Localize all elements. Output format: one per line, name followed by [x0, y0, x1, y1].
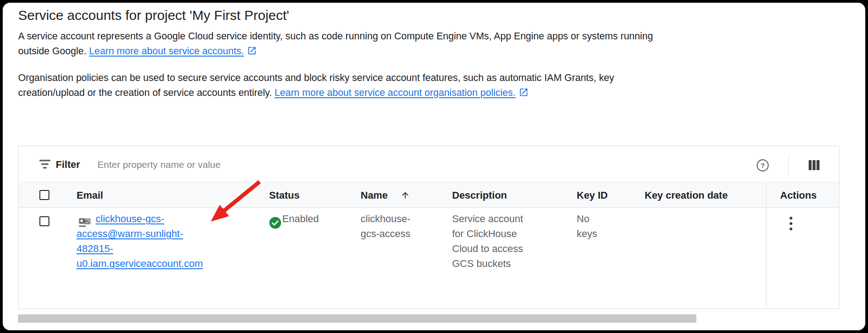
email-cell: clickhouse-gcs- access@warm-sunlight- 48…: [77, 211, 203, 271]
svg-text:?: ?: [761, 162, 765, 169]
filter-icon[interactable]: [39, 159, 51, 171]
page-title: Service accounts for project 'My First P…: [18, 6, 289, 24]
column-header-key-creation-date[interactable]: Key creation date: [645, 183, 728, 208]
column-display-options-icon[interactable]: [809, 160, 820, 172]
learn-more-service-accounts-link[interactable]: Learn more about service accounts.: [89, 46, 244, 57]
table-row: clickhouse-gcs- access@warm-sunlight- 48…: [19, 208, 839, 309]
email-line: access@warm-sunlight-: [77, 226, 203, 241]
table-header-row: Email Status Name Description Key ID Key…: [19, 183, 839, 208]
column-header-email[interactable]: Email: [77, 183, 103, 208]
description-line: GCS buckets: [452, 256, 523, 271]
description-line: Cloud to access: [452, 241, 523, 256]
policies-paragraph: Organisation policies can be used to sec…: [18, 71, 614, 102]
name-cell: clickhouse- gcs-access: [361, 211, 410, 241]
description-line: for ClickHouse: [452, 226, 523, 241]
service-accounts-page: Service accounts for project 'My First P…: [3, 3, 865, 330]
learn-more-organisation-policies-link[interactable]: Learn more about service account organis…: [275, 87, 516, 98]
column-header-key-id[interactable]: Key ID: [577, 183, 608, 208]
description-line: Service account: [452, 211, 523, 226]
toolbar-divider: [788, 154, 789, 175]
filter-label: Filter: [56, 159, 80, 171]
email-line: clickhouse-gcs-: [96, 211, 203, 226]
open-in-new-icon: [247, 45, 257, 60]
policies-line-2-text: creation/upload or the creation of servi…: [18, 87, 275, 98]
intro-line-2-text: outside Google.: [18, 46, 89, 57]
filter-toolbar: Filter ?: [19, 146, 839, 182]
row-checkbox[interactable]: [39, 216, 49, 226]
intro-line-2: outside Google. Learn more about service…: [18, 44, 653, 60]
sort-ascending-icon: [400, 190, 410, 202]
name-line: gcs-access: [361, 226, 410, 241]
description-cell: Service account for ClickHouse Cloud to …: [452, 211, 523, 271]
open-in-new-icon: [519, 87, 529, 102]
email-line: u0.iam.gserviceaccount.com: [77, 256, 203, 271]
select-all-checkbox[interactable]: [39, 190, 49, 200]
filter-input[interactable]: [96, 156, 388, 173]
service-accounts-table-panel: Filter ? Email Status Name Description K…: [18, 146, 839, 309]
horizontal-scrollbar-thumb[interactable]: [18, 314, 696, 323]
key-id-line: keys: [577, 226, 597, 241]
column-header-actions: Actions: [780, 183, 817, 208]
column-header-name[interactable]: Name: [361, 183, 388, 208]
key-id-line: No: [577, 211, 597, 226]
policies-line-1: Organisation policies can be used to sec…: [18, 71, 614, 86]
help-icon[interactable]: ?: [756, 159, 769, 174]
intro-paragraph: A service account represents a Google Cl…: [18, 29, 653, 60]
email-line: 482815-: [77, 241, 203, 256]
column-header-description[interactable]: Description: [452, 183, 507, 208]
status-text: Enabled: [282, 211, 319, 226]
row-actions-menu-icon[interactable]: [788, 214, 794, 236]
column-header-status[interactable]: Status: [269, 183, 299, 208]
policies-line-2: creation/upload or the creation of servi…: [18, 86, 614, 102]
key-id-cell: No keys: [577, 211, 597, 241]
intro-line-1: A service account represents a Google Cl…: [18, 29, 653, 44]
name-line: clickhouse-: [361, 211, 410, 226]
status-cell: Enabled: [282, 211, 319, 226]
service-account-email-link[interactable]: clickhouse-gcs- access@warm-sunlight- 48…: [77, 211, 203, 271]
status-enabled-icon: [269, 217, 281, 231]
